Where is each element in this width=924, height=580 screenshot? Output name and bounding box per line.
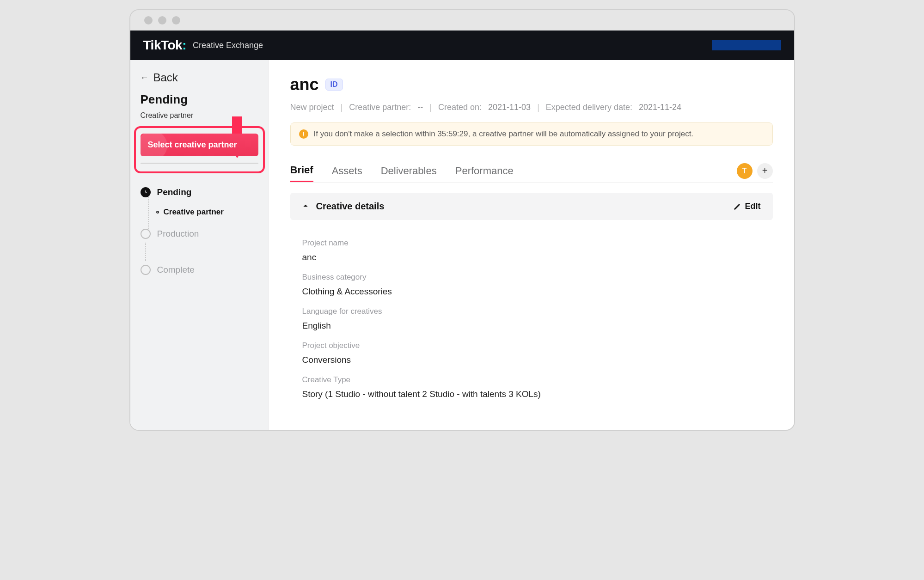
header-account-area[interactable] [712,40,781,50]
edit-button[interactable]: Edit [733,201,761,211]
browser-titlebar [130,10,794,31]
separator-icon: | [429,103,432,112]
arrow-left-icon: ← [141,73,149,83]
meta-expected-value: 2021-11-24 [639,103,681,112]
edit-label: Edit [745,201,761,211]
back-label: Back [153,71,178,84]
selection-deadline-alert: ! If you don't make a selection within 3… [290,122,773,146]
field-project-name: Project name anc [302,238,761,263]
field-label: Business category [302,273,761,282]
id-badge[interactable]: ID [325,79,343,91]
meta-partner-value: -- [417,103,423,112]
tab-brief[interactable]: Brief [290,159,313,182]
progress-steps: Pending Creative partner Production Comp… [130,183,269,279]
meta-partner-label: Creative partner: [349,103,411,112]
field-language: Language for creatives English [302,307,761,331]
step-circle-icon [141,265,151,275]
meta-expected-label: Expected delivery date: [546,103,632,112]
browser-frame: TikTok: Creative Exchange ← Back Pending… [129,9,795,431]
avatar[interactable]: T [737,163,753,179]
sidebar-heading: Pending [130,92,269,111]
step-complete[interactable]: Complete [141,261,258,279]
field-value: Conversions [302,355,761,365]
step-pending-sub-label: Creative partner [164,208,224,217]
step-circle-icon [141,229,151,239]
field-value: anc [302,252,761,263]
brand-colon-icon: : [182,38,186,52]
warning-icon: ! [299,129,308,139]
bullet-icon [156,211,159,214]
brand-logo: TikTok: [143,38,186,53]
clock-icon [141,187,151,197]
select-creative-partner-button[interactable]: Select creative partner [141,134,258,156]
step-connector [145,243,258,261]
tab-assets[interactable]: Assets [332,160,362,182]
alert-text: If you don't make a selection within 35:… [314,129,694,139]
main-content: anc ID New project | Creative partner: -… [269,60,794,430]
project-title: anc [290,75,319,94]
field-business-category: Business category Clothing & Accessories [302,273,761,297]
chevron-up-icon [302,202,309,211]
window-close-icon[interactable] [144,16,153,24]
pencil-icon [733,202,741,211]
separator-icon: | [537,103,539,112]
window-minimize-icon[interactable] [158,16,166,24]
meta-status: New project [290,103,334,112]
field-label: Project objective [302,341,761,350]
add-collaborator-button[interactable]: + [757,163,773,179]
field-value: English [302,321,761,331]
panel-title: Creative details [316,201,385,212]
sidebar: ← Back Pending Creative partner Select c… [130,60,269,430]
window-zoom-icon[interactable] [172,16,180,24]
back-button[interactable]: ← Back [130,68,269,92]
field-label: Language for creatives [302,307,761,316]
app-header: TikTok: Creative Exchange [130,31,794,60]
tabs: Brief Assets Deliverables Performance T … [290,159,773,183]
tab-deliverables[interactable]: Deliverables [381,160,437,182]
field-value: Story (1 Studio - without talent 2 Studi… [302,389,761,399]
meta-created-value: 2021-11-03 [488,103,531,112]
creative-details-body: Project name anc Business category Cloth… [290,220,773,399]
sidebar-subheading: Creative partner [130,111,269,126]
brand-name: TikTok [143,38,183,52]
step-production[interactable]: Production [141,225,258,243]
cta-underline [141,163,258,164]
field-label: Project name [302,238,761,248]
project-title-row: anc ID [290,75,773,94]
step-pending-sub[interactable]: Creative partner [143,208,258,217]
separator-icon: | [341,103,343,112]
brand-product: Creative Exchange [193,41,263,50]
meta-created-label: Created on: [438,103,482,112]
annotation-highlight: Select creative partner [134,126,265,173]
project-meta: New project | Creative partner: -- | Cre… [290,103,773,112]
field-label: Creative Type [302,375,761,385]
step-complete-label: Complete [157,265,195,275]
creative-details-panel-header[interactable]: Creative details Edit [290,193,773,220]
step-pending-label: Pending [157,187,192,197]
field-value: Clothing & Accessories [302,287,761,297]
step-pending[interactable]: Pending [141,183,258,201]
step-production-label: Production [157,229,199,239]
field-creative-type: Creative Type Story (1 Studio - without … [302,375,761,399]
field-objective: Project objective Conversions [302,341,761,365]
tab-performance[interactable]: Performance [455,160,514,182]
